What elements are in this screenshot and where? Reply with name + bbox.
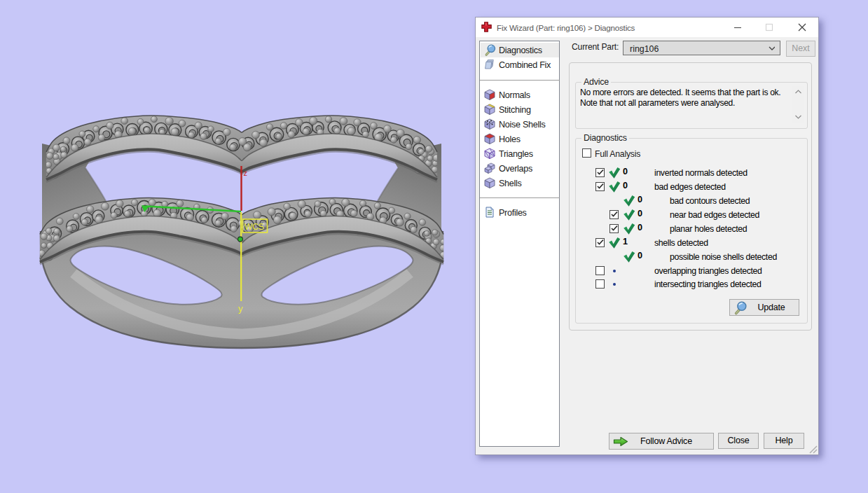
svg-text:z: z: [244, 169, 248, 177]
svg-text:WCS: WCS: [244, 222, 264, 232]
svg-text:y: y: [238, 303, 243, 314]
